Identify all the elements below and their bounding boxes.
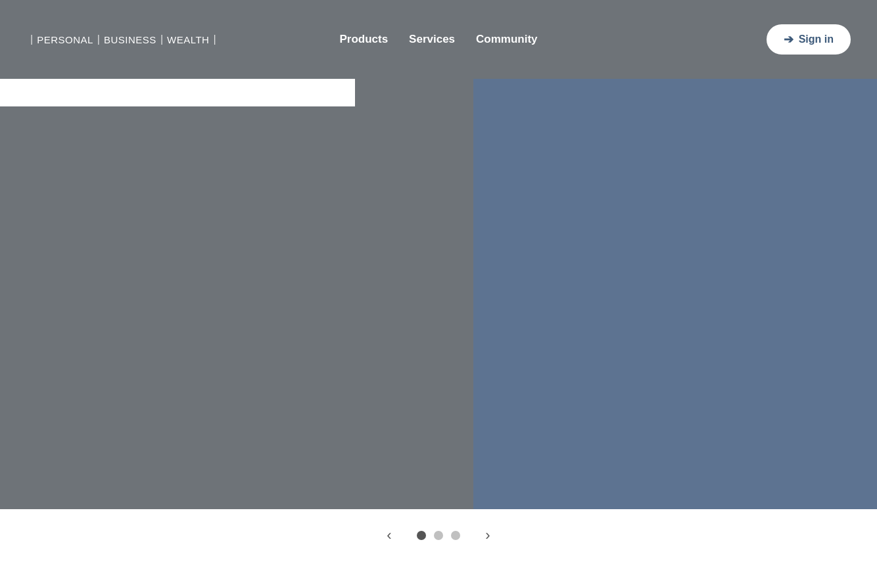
separator-3: |	[160, 34, 163, 45]
hero-left-panel	[0, 79, 473, 509]
nav-business[interactable]: BUSINESS	[104, 34, 156, 45]
bottom-area	[0, 562, 877, 588]
signin-label: Sign in	[799, 34, 834, 45]
carousel-dots	[417, 531, 460, 540]
nav-wealth[interactable]: WEALTH	[167, 34, 209, 45]
hero-right-panel	[473, 79, 877, 509]
separator-4: |	[213, 34, 216, 45]
carousel-prev-button[interactable]: ‹	[377, 524, 401, 547]
nav-community[interactable]: Community	[476, 33, 538, 46]
hero-section	[0, 79, 877, 509]
nav-services[interactable]: Services	[409, 33, 455, 46]
carousel-next-button[interactable]: ›	[476, 524, 500, 547]
carousel-dot-1[interactable]	[417, 531, 426, 540]
separator-1: |	[30, 34, 33, 45]
nav-products[interactable]: Products	[339, 33, 388, 46]
carousel-controls: ‹ ›	[0, 509, 877, 562]
carousel-dot-2[interactable]	[434, 531, 443, 540]
separator-2: |	[97, 34, 100, 45]
nav-account-links: | PERSONAL | BUSINESS | WEALTH |	[26, 34, 220, 45]
white-strip	[0, 79, 355, 106]
nav-main-links: Products Services Community	[339, 33, 537, 46]
signin-icon: ➔	[784, 32, 794, 47]
navbar: | PERSONAL | BUSINESS | WEALTH | Product…	[0, 0, 877, 79]
carousel-dot-3[interactable]	[451, 531, 460, 540]
nav-personal[interactable]: PERSONAL	[37, 34, 93, 45]
signin-button[interactable]: ➔ Sign in	[767, 24, 851, 55]
